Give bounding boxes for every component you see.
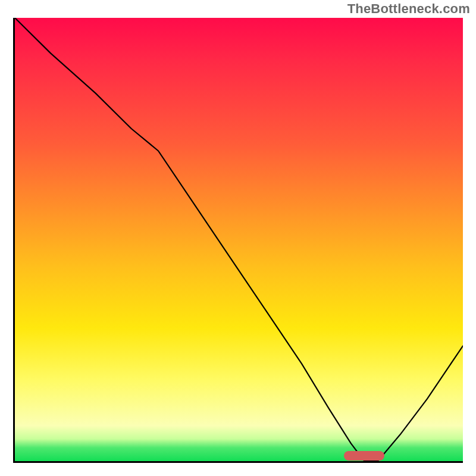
plot-area <box>13 18 463 463</box>
watermark-text: TheBottleneck.com <box>347 1 470 17</box>
chart-stage: TheBottleneck.com <box>0 0 476 476</box>
bottleneck-curve <box>15 18 463 461</box>
optimal-range-pill <box>344 451 384 461</box>
bottleneck-curve-path <box>15 18 463 461</box>
